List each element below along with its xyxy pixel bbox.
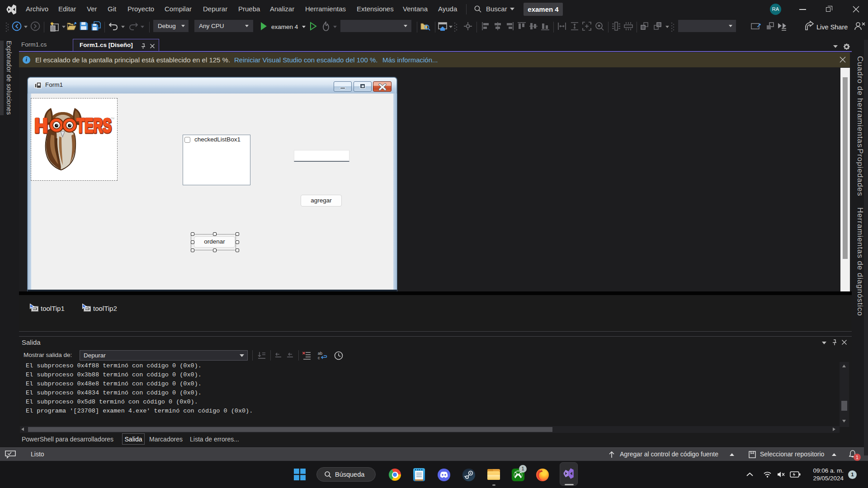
- svg-text:H: H: [34, 115, 48, 137]
- svg-text:TM: TM: [111, 117, 114, 120]
- svg-text:TERS: TERS: [76, 114, 111, 137]
- svg-text:ab: ab: [318, 351, 322, 356]
- svg-text:c: c: [318, 356, 320, 360]
